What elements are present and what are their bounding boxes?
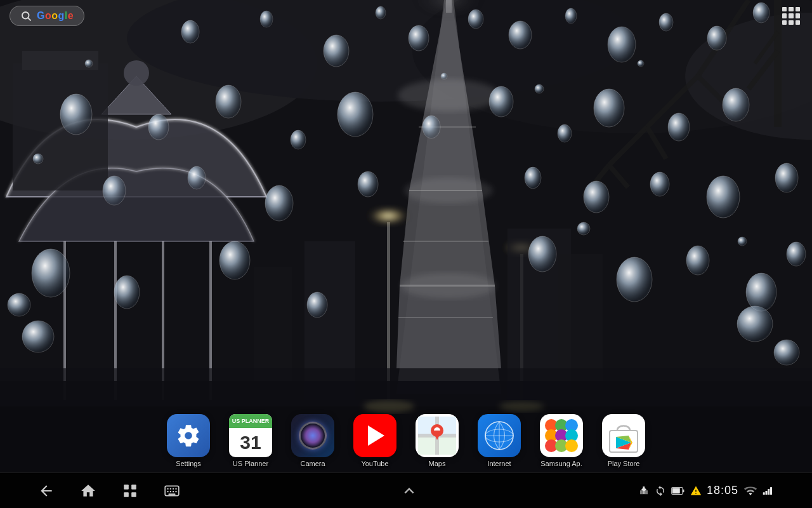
planner-label: US Planner [233, 460, 268, 467]
recent-apps-icon [122, 483, 138, 499]
app-icon-samsung[interactable]: Samsung Ap. [536, 414, 587, 467]
svg-rect-144 [173, 491, 174, 492]
back-button[interactable] [38, 483, 55, 499]
settings-label: Settings [176, 460, 201, 467]
calendar-header: US PLANNER [229, 414, 272, 428]
internet-icon-img [478, 414, 521, 457]
svg-point-126 [565, 439, 578, 452]
youtube-play-icon [368, 425, 384, 446]
signal-icon [763, 485, 774, 497]
svg-rect-152 [768, 489, 769, 495]
google-logo-text: Google [37, 10, 74, 22]
back-arrow-icon [38, 483, 55, 499]
svg-rect-138 [167, 488, 168, 489]
internet-globe-svg [483, 420, 515, 451]
keyboard-button[interactable] [164, 483, 180, 499]
calendar-date: 31 [240, 428, 261, 457]
svg-rect-146 [169, 493, 176, 495]
svg-rect-142 [167, 491, 168, 492]
svg-rect-135 [124, 492, 129, 497]
status-bar: 18:05 [638, 484, 774, 497]
app-icon-playstore[interactable]: Play Store [598, 414, 649, 467]
settings-icon-img [167, 414, 210, 457]
svg-line-103 [28, 18, 30, 20]
svg-rect-136 [131, 492, 136, 497]
apps-grid-button[interactable] [780, 4, 802, 27]
settings-gear-svg [176, 423, 201, 448]
camera-lens [299, 422, 327, 450]
home-icon [80, 483, 96, 499]
sync-icon [655, 485, 666, 497]
planner-icon-img: US PLANNER 31 [229, 414, 272, 457]
app-icon-planner[interactable]: US PLANNER 31 US Planner [225, 414, 276, 467]
app-icon-settings[interactable]: Settings [163, 414, 214, 467]
svg-rect-133 [124, 485, 129, 490]
search-icon [20, 10, 32, 22]
svg-rect-150 [763, 492, 765, 495]
keyboard-icon [164, 483, 180, 499]
samsung-apps-svg [541, 415, 582, 456]
app-icon-internet[interactable]: Internet [474, 414, 525, 467]
nav-left-buttons [38, 483, 180, 499]
nav-center [400, 481, 419, 500]
svg-rect-139 [170, 488, 171, 489]
svg-rect-140 [173, 488, 174, 489]
internet-label: Internet [487, 460, 511, 467]
svg-point-102 [22, 12, 29, 19]
app-dock: Settings US PLANNER 31 US Planner Camera… [0, 409, 812, 472]
youtube-icon-img [353, 414, 396, 457]
playstore-label: Play Store [608, 460, 640, 467]
time-display: 18:05 [707, 484, 738, 497]
svg-rect-141 [175, 488, 176, 489]
wifi-icon [743, 485, 757, 497]
svg-rect-143 [170, 491, 171, 492]
app-icon-camera[interactable]: Camera [287, 414, 338, 467]
app-icon-youtube[interactable]: YouTube [350, 414, 400, 467]
home-button[interactable] [80, 483, 96, 499]
camera-icon-img [291, 414, 334, 457]
navigation-bar: 18:05 [0, 472, 812, 508]
warning-icon [690, 485, 702, 497]
usb-icon [638, 485, 650, 497]
svg-rect-134 [131, 485, 136, 490]
svg-rect-153 [770, 487, 772, 495]
youtube-label: YouTube [361, 460, 388, 467]
svg-rect-151 [765, 491, 767, 495]
maps-svg [418, 417, 456, 455]
up-button[interactable] [400, 481, 419, 500]
playstore-icon-img [602, 414, 645, 457]
maps-label: Maps [429, 460, 446, 467]
app-icon-maps[interactable]: Maps [412, 414, 462, 467]
svg-rect-145 [175, 491, 176, 492]
chevron-up-icon [400, 481, 419, 500]
top-bar: Google [0, 0, 812, 32]
svg-rect-149 [672, 488, 680, 493]
maps-icon-img [416, 414, 459, 457]
playstore-svg [605, 417, 643, 455]
samsung-label: Samsung Ap. [540, 460, 582, 467]
camera-label: Camera [300, 460, 325, 467]
battery-icon [671, 485, 685, 497]
svg-rect-148 [683, 489, 684, 492]
recent-apps-button[interactable] [122, 483, 138, 499]
google-search-bar[interactable]: Google [10, 6, 84, 26]
samsung-icon-img [540, 414, 583, 457]
